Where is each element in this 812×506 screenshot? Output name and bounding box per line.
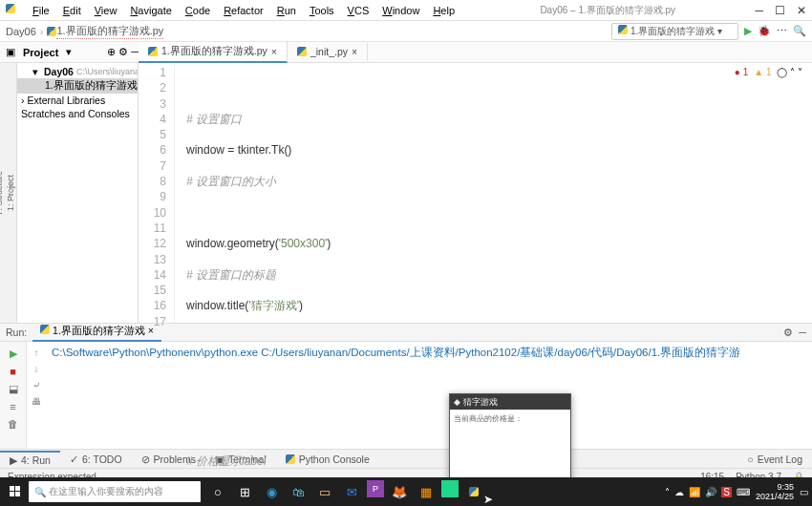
- chevron-right-icon: ›: [40, 26, 44, 37]
- edge-icon[interactable]: ◉: [260, 480, 283, 503]
- tree-folder-label: Day06: [44, 66, 74, 77]
- toolwindow-structure-button[interactable]: 7: Structure: [0, 165, 5, 221]
- inspection-indicator[interactable]: ● 1 ▲ 1 ◯ ˄ ˅: [735, 67, 802, 77]
- close-icon[interactable]: ✕: [797, 4, 806, 17]
- tray-cloud-icon[interactable]: ☁: [674, 487, 684, 497]
- print-icon[interactable]: 🖶: [32, 396, 41, 407]
- tree-extlib-label: External Libraries: [28, 95, 106, 106]
- menu-help[interactable]: Help: [427, 3, 460, 18]
- tree-external-libraries[interactable]: › External Libraries: [17, 94, 138, 107]
- tree-scratches-label: Scratches and Consoles: [21, 108, 130, 119]
- tree-path-label: C:\Users\liuyanan\Docum: [76, 67, 139, 76]
- python-file-icon: [47, 27, 56, 36]
- taskbar-pinned: ○ ⊞ ◉ 🛍 ▭ ✉ P 🦊 ▦: [206, 480, 485, 503]
- run-tool-body: ▶ ■ ⬓ ≡ 🗑 ↑ ↓ ⤶ 🖶 C:\Software\Python\Pyt…: [0, 342, 812, 449]
- line-gutter: 1234567891011121314151617: [139, 63, 175, 323]
- menu-vcs[interactable]: VCS: [342, 3, 375, 18]
- taskbar-clock[interactable]: 9:35 2021/4/25: [756, 482, 794, 501]
- trash-icon[interactable]: 🗑: [8, 418, 18, 430]
- maximize-icon[interactable]: ☐: [775, 4, 785, 17]
- project-toolwindow-icon[interactable]: ▣: [6, 46, 15, 58]
- cortana-icon[interactable]: ○: [206, 480, 229, 503]
- phpstorm-icon[interactable]: P: [367, 480, 384, 497]
- run-config-label: 1.界面版的猜字游戏: [630, 26, 715, 36]
- tree-file-label: 1.界面版的猜字游戏.py: [45, 79, 139, 93]
- tree-scratches[interactable]: Scratches and Consoles: [17, 107, 138, 120]
- tree-root-folder[interactable]: ▾ Day06 C:\Users\liuyanan\Docum: [17, 65, 138, 78]
- tray-volume-icon[interactable]: 🔊: [705, 487, 716, 497]
- system-tray: ˄ ☁ 📶 🔊 S ⌨ 9:35 2021/4/25 ▭: [665, 482, 808, 501]
- run-icon[interactable]: ▶: [744, 25, 752, 37]
- search-placeholder: 在这里输入你要搜索的内容: [49, 485, 163, 498]
- notifications-icon[interactable]: ▭: [800, 487, 808, 497]
- tray-ime-icon[interactable]: S: [721, 487, 732, 497]
- start-button[interactable]: [4, 480, 27, 503]
- run-output[interactable]: C:\Software\Python\Pythonenv\python.exe …: [46, 342, 812, 449]
- rerun-icon[interactable]: ▶: [10, 348, 17, 360]
- menu-file[interactable]: File: [27, 3, 55, 18]
- tk-preview-window[interactable]: ◆ 猜字游戏 当前商品的价格是：: [449, 393, 571, 491]
- more-run-icon[interactable]: ⋯: [777, 25, 787, 37]
- firefox-icon[interactable]: 🦊: [388, 480, 411, 503]
- python-file-icon: [297, 47, 307, 56]
- tree-file[interactable]: 1.界面版的猜字游戏.py: [17, 78, 138, 94]
- menu-tools[interactable]: Tools: [304, 3, 340, 18]
- filter-icon[interactable]: ≡: [10, 401, 15, 412]
- window-title: Day06 – 1.界面版的猜字游戏.py: [460, 4, 755, 17]
- up-icon[interactable]: ↑: [34, 348, 39, 358]
- taskview-icon[interactable]: ⊞: [233, 480, 256, 503]
- stop2-icon[interactable]: ⬓: [9, 383, 18, 395]
- explorer-icon[interactable]: ▭: [313, 480, 336, 503]
- tk-window-body: 当前商品的价格是：: [450, 410, 570, 428]
- tray-chevron-icon[interactable]: ˄: [665, 487, 670, 497]
- menu-code[interactable]: Code: [180, 3, 216, 18]
- menu-window[interactable]: Window: [376, 3, 425, 18]
- tray-keyboard-icon[interactable]: ⌨: [737, 487, 750, 497]
- editor-tabs: 1.界面版的猜字游戏.py × _init_.py ×: [139, 42, 368, 63]
- python-file-icon: [148, 47, 158, 56]
- taskbar-search[interactable]: 🔍 在这里输入你要搜索的内容: [29, 481, 201, 502]
- code-editor[interactable]: 1234567891011121314151617 # 设置窗口 window …: [139, 63, 812, 323]
- tool-row: ▣ Project ▾ ⊕ ⚙ ─ 1.界面版的猜字游戏.py × _init_…: [0, 42, 812, 63]
- down-icon[interactable]: ↓: [34, 364, 39, 374]
- menu-view[interactable]: View: [89, 3, 123, 18]
- tk-window-titlebar[interactable]: ◆ 猜字游戏: [450, 394, 570, 410]
- tab-label: _init_.py: [310, 46, 348, 57]
- pycharm-icon[interactable]: [441, 480, 459, 497]
- svg-rect-3: [15, 492, 20, 496]
- run-action-gutter: ▶ ■ ⬓ ≡ 🗑: [0, 342, 27, 449]
- breadcrumb-root[interactable]: Day06: [6, 26, 36, 37]
- menu-refactor[interactable]: Refactor: [218, 3, 269, 18]
- svg-rect-1: [15, 486, 20, 491]
- wrap-icon[interactable]: ⤶: [32, 380, 40, 390]
- stop-icon[interactable]: ■: [10, 366, 16, 377]
- menu-edit[interactable]: Edit: [57, 3, 87, 18]
- minimize-icon[interactable]: ─: [755, 4, 763, 17]
- breadcrumb-file[interactable]: 1.界面版的猜字游戏.py: [56, 24, 163, 39]
- sublime-icon[interactable]: ▦: [415, 480, 438, 503]
- editor-tab-init[interactable]: _init_.py ×: [288, 43, 368, 62]
- project-toolwindow-label: Project: [23, 47, 58, 58]
- menu-navigate[interactable]: Navigate: [124, 3, 177, 18]
- run-config-selector[interactable]: 1.界面版的猜字游戏 ▾: [611, 23, 738, 40]
- search-icon[interactable]: 🔍: [793, 25, 806, 37]
- menu-run[interactable]: Run: [271, 3, 302, 18]
- project-tree[interactable]: ▾ Day06 C:\Users\liuyanan\Docum 1.界面版的猜字…: [17, 63, 139, 323]
- editor-tab-main[interactable]: 1.界面版的猜字游戏.py ×: [139, 42, 288, 63]
- search-icon: 🔍: [34, 487, 46, 497]
- tool-tab-run[interactable]: ▶ 4: Run: [0, 451, 60, 468]
- tool-tab-todo[interactable]: ✓ 6: TODO: [60, 452, 132, 467]
- mail-icon[interactable]: ✉: [340, 480, 363, 503]
- python-taskbar-icon[interactable]: [462, 480, 485, 503]
- tk-window-title: 猜字游戏: [463, 396, 498, 409]
- tray-wifi-icon[interactable]: 📶: [689, 487, 700, 497]
- store-icon[interactable]: 🛍: [287, 480, 310, 503]
- main-menu: File Edit View Navigate Code Refactor Ru…: [27, 3, 460, 18]
- menu-bar: File Edit View Navigate Code Refactor Ru…: [0, 0, 812, 21]
- toolwindow-project-button[interactable]: 1: Project: [5, 169, 16, 217]
- left-toolwindow-stripe: 1: Project 7: Structure 2: Favorites: [0, 63, 17, 323]
- code-body[interactable]: # 设置窗口 window = tkinter.Tk() # 设置窗口的大小 w…: [175, 63, 812, 323]
- python-file-icon: [618, 25, 628, 34]
- ide-icon: [6, 4, 19, 17]
- debug-icon[interactable]: 🐞: [758, 25, 771, 37]
